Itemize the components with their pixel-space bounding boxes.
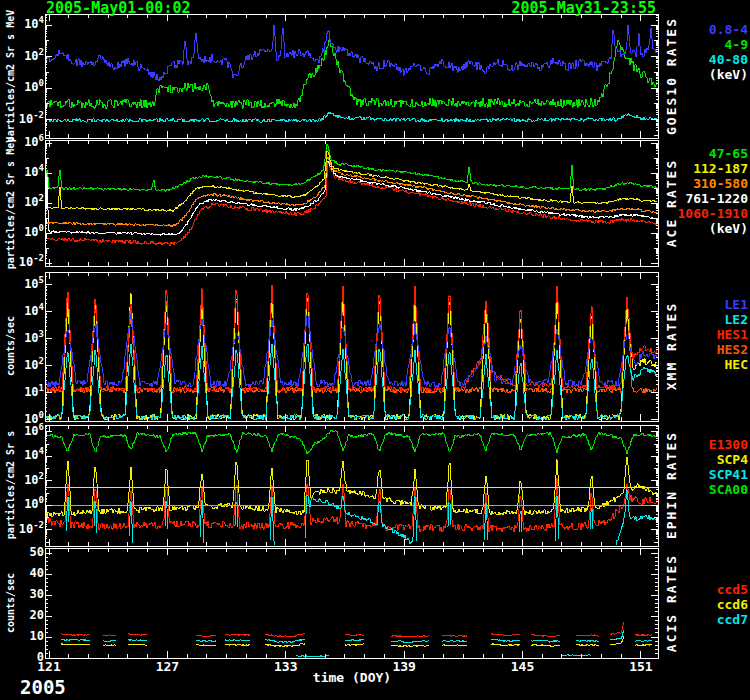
panel-frame-acis [45,548,658,658]
series-ccd6 [225,644,250,646]
legend-item-SCP41: SCP41 [652,467,748,482]
series-ccd5 [610,622,624,635]
y-tick-label: 100 [6,498,44,512]
legend-item-ccd7: ccd7 [652,612,748,627]
legend-item-LE1: LE1 [652,297,748,312]
series-LE1 [46,315,657,387]
series-ccd5 [442,635,467,637]
legend-item-(keV): (keV) [652,67,748,82]
y-tick-label: 102 [6,196,44,210]
legend-item-HEC: HEC [652,357,748,372]
legend-item-SCP4: SCP4 [652,452,748,467]
series-ccd7 [442,640,467,642]
legend-item-1060-1910: 1060-1910 [652,206,748,221]
legend-ace: 47-65112-187310-580761-12201060-1910(keV… [652,146,748,236]
series-ccd7 [562,655,591,656]
series-SCA00 [46,430,657,454]
legend-item-47-65: 47-65 [652,146,748,161]
series-ccd7 [635,640,652,641]
y-tick-label: 104 [6,166,44,180]
legend-item-E1300: E1300 [652,437,748,452]
legend-item-310-580: 310-580 [652,176,748,191]
y-tick-label: 30 [6,588,44,601]
series-ccd5 [61,633,90,636]
y-tick-label: 10-2 [6,113,44,127]
series-ccd5 [391,635,429,637]
series-ccd6 [576,644,599,646]
y-tick-label: 106 [6,136,44,150]
x-tick-label: 127 [147,659,187,674]
panel-frame-ace [45,140,658,266]
y-tick-label: 102 [6,474,44,488]
legend-item-761-1220: 761-1220 [652,191,748,206]
legend-item-112-187: 112-187 [652,161,748,176]
panel-frame-xmm [45,272,658,421]
y-tick-label: 10-2 [6,523,44,537]
y-tick-label: 10 [6,630,44,643]
y-tick-label: 102 [6,359,44,373]
series-ccd6 [265,643,305,647]
series-ccd5 [635,634,652,635]
series-ccd7 [531,640,560,642]
legend-item-HES1: HES1 [652,327,748,342]
series-ccd7 [576,640,599,642]
legend-ephin: E1300SCP4SCP41SCA00 [652,437,748,497]
series-ccd5 [531,635,560,638]
series-ccd7 [128,639,147,641]
series-ccd7 [225,640,250,642]
series-ccd7 [610,630,624,640]
series-ccd7 [265,639,305,642]
series-4-9 [46,40,657,109]
legend-goes10: 0.8-44-940-80(keV) [652,22,748,82]
series-0.8-4 [46,25,657,81]
legend-item-LE2: LE2 [652,312,748,327]
legend-acis: ccd5ccd6ccd7 [652,582,748,627]
series-ccd6 [531,644,560,646]
y-axis-label-acis: counts/sec [5,573,16,633]
series-ccd7 [103,640,116,641]
plot-canvas [0,0,750,700]
legend-xmm: LE1LE2HES1HES2HEC [652,297,748,372]
legend-item-40-80: 40-80 [652,52,748,67]
series-40-80 [46,113,657,123]
y-tick-label: 104 [6,305,44,319]
series-ccd7 [491,639,520,641]
y-tick-label: 100 [6,81,44,95]
series-ccd5 [196,635,216,637]
y-tick-label: 104 [6,18,44,32]
y-tick-label: 103 [6,332,44,346]
series-ccd6 [391,645,429,647]
x-tick-label: 133 [266,659,306,674]
series-ccd7 [345,640,364,642]
y-tick-label: 101 [6,386,44,400]
series-SCP41 [66,490,657,546]
series-ccd6 [491,644,520,646]
legend-item-HES2: HES2 [652,342,748,357]
y-tick-label: 105 [6,278,44,292]
series-ccd7 [61,639,90,641]
y-tick-label: 10-2 [6,256,44,270]
legend-item-(keV): (keV) [652,221,748,236]
series-ccd5 [128,634,147,636]
y-tick-label: 102 [6,50,44,64]
legend-item-0.8-4: 0.8-4 [652,22,748,37]
y-tick-label: 106 [6,425,44,439]
series-ccd5 [103,635,116,636]
year-label: 2005 [20,676,66,698]
y-tick-label: 104 [6,449,44,463]
series-ccd5 [491,633,520,636]
y-tick-label: 20 [6,609,44,622]
series-ccd6 [128,644,147,646]
legend-item-SCA00: SCA00 [652,482,748,497]
series-ccd5 [576,635,599,637]
series-ccd7 [391,641,429,643]
series-ccd6 [196,645,216,646]
series-47-65 [46,145,657,192]
legend-item-ccd5: ccd5 [652,582,748,597]
end-timestamp: 2005-May31-23:55 [400,0,656,17]
y-tick-label: 100 [6,226,44,240]
series-ccd6 [442,645,467,646]
series-ccd5 [225,634,250,635]
x-tick-label: 121 [29,659,69,674]
y-tick-label: 50 [6,546,44,559]
